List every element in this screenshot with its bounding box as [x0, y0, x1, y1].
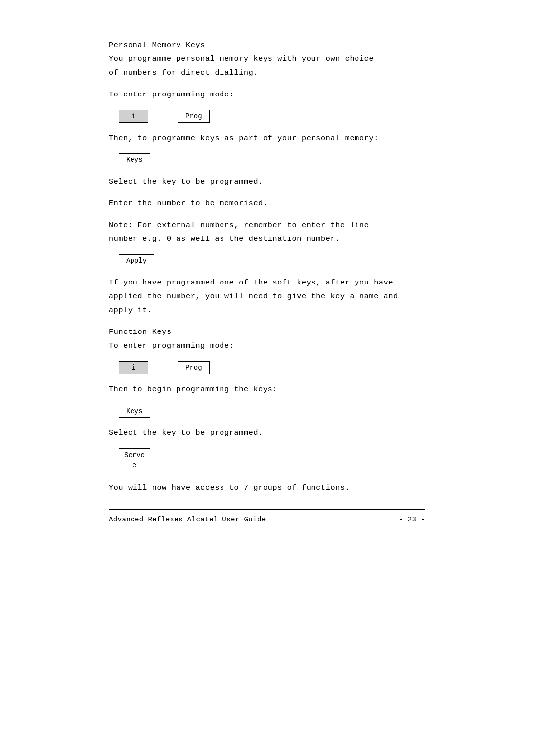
- select-key-block-2: Select the key to be programmed. Servc e: [109, 427, 425, 472]
- prog-mode-buttons-2: i Prog: [119, 361, 425, 374]
- intro-line1: You programme personal memory keys with …: [109, 53, 425, 65]
- servc-button[interactable]: Servc e: [119, 448, 150, 472]
- keys-button-1[interactable]: Keys: [119, 153, 150, 166]
- footer: Advanced Reflexes Alcatel User Guide - 2…: [109, 516, 425, 523]
- servc-button-row: Servc e: [119, 448, 425, 472]
- enter-prog-label: To enter programming mode:: [109, 89, 425, 101]
- then-begin-label: Then to begin programming the keys:: [109, 384, 425, 396]
- select-key-block: Select the key to be programmed.: [109, 176, 425, 188]
- note-line1: Note: For external numbers, remember to …: [109, 220, 425, 232]
- soft-key-line3: apply it.: [109, 305, 425, 317]
- apply-button-row: Apply: [119, 254, 425, 267]
- to-enter-prog-mode-label: To enter programming mode:: [109, 340, 425, 352]
- personal-memory-keys-section: Personal Memory Keys You programme perso…: [109, 40, 425, 79]
- keys-button-2[interactable]: Keys: [119, 405, 150, 418]
- soft-key-block: If you have programmed one of the soft k…: [109, 277, 425, 317]
- keys-button-row-2: Keys: [119, 405, 425, 418]
- select-key-label-2: Select the key to be programmed.: [109, 427, 425, 439]
- note-block: Note: For external numbers, remember to …: [109, 220, 425, 267]
- i-button-2[interactable]: i: [119, 361, 148, 374]
- prog-button-1[interactable]: Prog: [178, 110, 210, 123]
- keys-button-row-1: Keys: [119, 153, 425, 166]
- i-button-1[interactable]: i: [119, 110, 148, 123]
- note-line2: number e.g. 0 as well as the destination…: [109, 234, 425, 245]
- footer-divider: [109, 509, 425, 510]
- prog-mode-buttons-1: i Prog: [119, 110, 425, 123]
- enter-prog-mode-block: To enter programming mode: i Prog: [109, 89, 425, 123]
- function-keys-section: Function Keys To enter programming mode:…: [109, 327, 425, 374]
- prog-button-2[interactable]: Prog: [178, 361, 210, 374]
- then-programme-block: Then, to programme keys as part of your …: [109, 133, 425, 166]
- function-keys-heading: Function Keys: [109, 327, 425, 338]
- soft-key-line2: applied the number, you will need to giv…: [109, 291, 425, 303]
- intro-line2: of numbers for direct dialling.: [109, 67, 425, 79]
- then-begin-block: Then to begin programming the keys: Keys: [109, 384, 425, 418]
- access-groups-label: You will now have access to 7 groups of …: [109, 482, 425, 494]
- footer-right-text: - 23 -: [399, 516, 425, 523]
- section-heading: Personal Memory Keys: [109, 40, 425, 51]
- enter-number-label: Enter the number to be memorised.: [109, 198, 425, 210]
- apply-button[interactable]: Apply: [119, 254, 154, 267]
- footer-left-text: Advanced Reflexes Alcatel User Guide: [109, 516, 266, 523]
- enter-number-block: Enter the number to be memorised.: [109, 198, 425, 210]
- then-programme-label: Then, to programme keys as part of your …: [109, 133, 425, 144]
- access-groups-block: You will now have access to 7 groups of …: [109, 482, 425, 494]
- soft-key-line1: If you have programmed one of the soft k…: [109, 277, 425, 289]
- select-key-label: Select the key to be programmed.: [109, 176, 425, 188]
- page: Personal Memory Keys You programme perso…: [0, 0, 534, 756]
